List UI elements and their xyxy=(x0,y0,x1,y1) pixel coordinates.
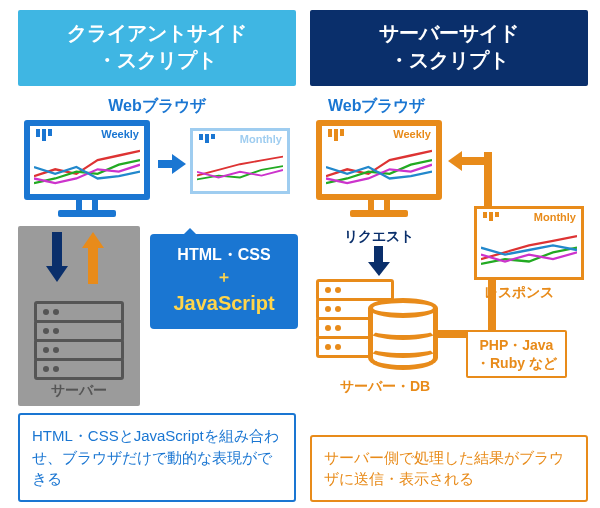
server-description: サーバー側で処理した結果がブラウザに送信・表示される xyxy=(324,449,564,488)
chart-monthly-client: Monthly xyxy=(193,131,287,191)
arrow-weekly-to-monthly-icon xyxy=(158,156,188,172)
chart-weekly-server: Weekly xyxy=(322,126,436,194)
callout-js: JavaScript xyxy=(173,292,274,314)
client-title-line2: ・スクリプト xyxy=(97,49,217,71)
server-tech-tag: PHP・Java ・Ruby など xyxy=(466,330,567,378)
tech-line1: PHP・Java xyxy=(479,337,553,353)
server-monitor-weekly: Weekly xyxy=(316,120,442,217)
client-title-banner: クライアントサイド ・スクリプト xyxy=(18,10,296,86)
tech-line2: ・Ruby など xyxy=(476,355,557,371)
client-side-column: クライアントサイド ・スクリプト Webブラウザ Weekly Monthly xyxy=(18,10,296,121)
request-label: リクエスト xyxy=(344,228,414,246)
server-browser-label: Webブラウザ xyxy=(328,96,588,117)
arrow-response-vertical-icon xyxy=(484,152,492,208)
client-browser-label: Webブラウザ xyxy=(18,96,296,117)
chart-monthly-server: Monthly xyxy=(477,209,581,277)
client-monthly-panel: Monthly xyxy=(190,128,290,194)
server-title-line2: ・スクリプト xyxy=(389,49,509,71)
client-monitor-weekly: Weekly xyxy=(24,120,150,217)
client-callout: HTML・CSS ＋ JavaScript xyxy=(150,234,298,329)
weekly-tag-server: Weekly xyxy=(393,128,431,140)
server-title-line1: サーバーサイド xyxy=(379,22,519,44)
server-title-banner: サーバーサイド ・スクリプト xyxy=(310,10,588,86)
server-description-box: サーバー側で処理した結果がブラウザに送信・表示される xyxy=(310,435,588,503)
callout-plus: ＋ xyxy=(216,268,232,285)
arrow-up-icon xyxy=(84,232,102,284)
weekly-tag: Weekly xyxy=(101,128,139,140)
client-description: HTML・CSSとJavaScriptを組み合わせ、ブラウザだけで動的な表現がで… xyxy=(32,427,279,488)
server-monthly-panel: Monthly xyxy=(474,206,584,280)
chart-weekly-client: Weekly xyxy=(30,126,144,194)
client-server-label: サーバー xyxy=(51,382,107,400)
monthly-tag: Monthly xyxy=(240,133,282,145)
database-icon xyxy=(368,298,438,374)
arrow-down-icon xyxy=(48,232,66,284)
callout-html-css: HTML・CSS xyxy=(177,246,270,263)
server-db-label: サーバー・DB xyxy=(340,378,430,396)
client-description-box: HTML・CSSとJavaScriptを組み合わせ、ブラウザだけで動的な表現がで… xyxy=(18,413,296,502)
server-stack-icon xyxy=(34,304,124,380)
server-side-column: サーバーサイド ・スクリプト Webブラウザ Weekly xyxy=(310,10,588,121)
arrow-request-down-icon xyxy=(370,246,388,278)
client-title-line1: クライアントサイド xyxy=(67,22,247,44)
client-server-area: サーバー xyxy=(18,226,140,406)
monthly-tag-server: Monthly xyxy=(534,211,576,223)
